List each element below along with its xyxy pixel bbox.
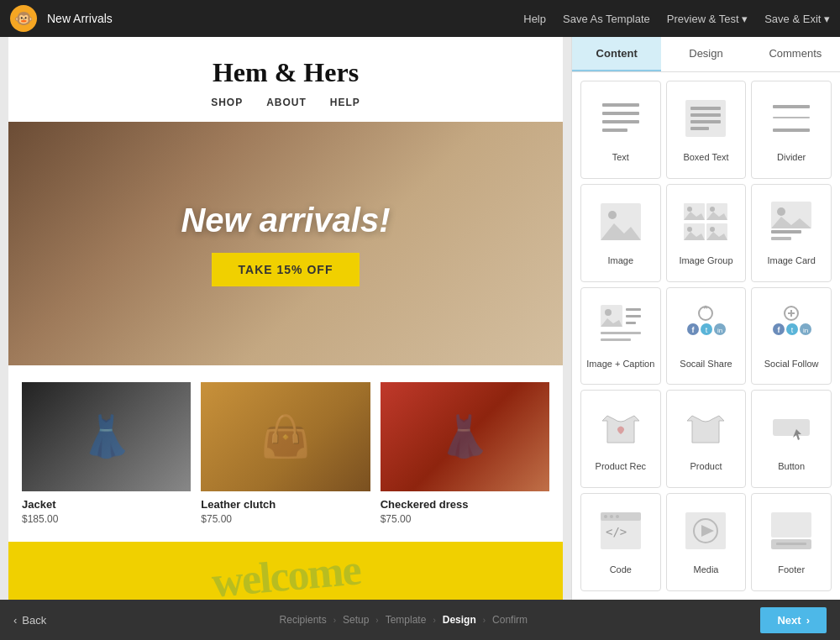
back-arrow-icon: ‹ <box>13 614 17 627</box>
block-media[interactable]: Media <box>666 493 747 591</box>
svg-rect-3 <box>602 129 627 132</box>
hero-cta-button[interactable]: TAKE 15% OFF <box>212 253 360 286</box>
footer-block-label: Footer <box>778 564 805 574</box>
svg-rect-5 <box>690 107 721 110</box>
step-template: Template <box>386 614 427 626</box>
svg-rect-7 <box>690 120 721 123</box>
nav-help[interactable]: HELP <box>330 97 360 108</box>
top-navigation: 🐵 New Arrivals Help Save As Template Pre… <box>0 0 840 37</box>
product-block-icon <box>677 399 734 456</box>
image-group-block-icon <box>677 193 734 250</box>
block-footer[interactable]: Footer <box>751 493 832 591</box>
block-product-rec[interactable]: Product Rec <box>580 390 661 488</box>
svg-point-62 <box>616 515 619 518</box>
product-price-1: $185.00 <box>22 513 191 525</box>
tab-content[interactable]: Content <box>572 37 661 71</box>
product-name-1: Jacket <box>22 498 191 511</box>
hero-section: New arrivals! TAKE 15% OFF <box>8 122 563 365</box>
logo-icon: 🐵 <box>14 9 33 28</box>
product-image-3 <box>381 382 549 491</box>
block-social-follow[interactable]: f t in Social Follow <box>751 287 832 386</box>
block-boxed-text[interactable]: Boxed Text <box>666 81 747 179</box>
email-preview: Hem & Hers SHOP ABOUT HELP New arrivals!… <box>8 37 563 600</box>
nav-about[interactable]: ABOUT <box>266 97 307 108</box>
social-share-block-icon: f t in <box>677 296 734 354</box>
svg-rect-6 <box>690 113 721 117</box>
svg-point-33 <box>605 309 612 316</box>
step-setup-label: Setup <box>343 614 369 626</box>
block-image-card[interactable]: Image Card <box>751 184 832 282</box>
list-item: Checkered dress $75.00 <box>381 382 549 525</box>
image-caption-block-label: Image + Caption <box>586 359 654 369</box>
svg-rect-0 <box>602 103 639 107</box>
email-brand: Hem & Hers <box>25 57 546 88</box>
main-area: Hem & Hers SHOP ABOUT HELP New arrivals!… <box>0 37 840 600</box>
step-arrow-4: › <box>483 616 486 625</box>
product-name-2: Leather clutch <box>201 498 370 511</box>
block-code[interactable]: </> Code <box>580 493 661 591</box>
image-group-block-label: Image Group <box>679 255 732 265</box>
back-button[interactable]: ‹ Back <box>13 614 46 627</box>
svg-rect-37 <box>626 322 636 324</box>
email-canvas: Hem & Hers SHOP ABOUT HELP New arrivals!… <box>0 37 571 600</box>
svg-rect-1 <box>602 112 639 115</box>
hero-headline: New arrivals! <box>181 202 390 239</box>
email-nav: SHOP ABOUT HELP <box>25 97 546 108</box>
nav-shop[interactable]: SHOP <box>211 97 243 108</box>
step-arrow-3: › <box>433 616 435 625</box>
block-image-caption[interactable]: Image + Caption <box>580 287 661 386</box>
image-card-block-icon <box>763 193 820 250</box>
svg-point-61 <box>610 515 613 518</box>
svg-point-60 <box>604 515 607 518</box>
tab-comments[interactable]: Comments <box>751 37 840 71</box>
list-item: Leather clutch $75.00 <box>201 382 370 525</box>
block-product[interactable]: Product <box>666 390 747 488</box>
boxed-text-block-label: Boxed Text <box>683 152 728 162</box>
svg-point-40 <box>699 307 712 320</box>
save-exit-button[interactable]: Save & Exit ▾ <box>764 13 830 25</box>
preview-test-button[interactable]: Preview & Test ▾ <box>667 13 748 25</box>
block-divider[interactable]: Divider <box>751 81 832 179</box>
tab-design[interactable]: Design <box>661 37 750 71</box>
button-block-label: Button <box>778 461 805 471</box>
step-recipients-label: Recipients <box>280 614 327 626</box>
svg-point-25 <box>710 227 715 232</box>
svg-rect-56 <box>773 419 810 436</box>
text-block-label: Text <box>612 152 629 162</box>
svg-point-28 <box>777 207 785 216</box>
product-image-2 <box>201 382 370 491</box>
right-panel: Content Design Comments Text <box>571 37 840 600</box>
product-price-3: $75.00 <box>381 513 549 525</box>
block-image[interactable]: Image <box>580 184 661 282</box>
image-card-block-label: Image Card <box>767 255 815 265</box>
step-setup: Setup <box>343 614 369 626</box>
boxed-text-block-icon <box>677 90 734 147</box>
block-button[interactable]: Button <box>751 390 832 488</box>
svg-rect-30 <box>771 230 801 233</box>
social-follow-block-label: Social Follow <box>764 359 819 369</box>
footer-text: welcome <box>209 544 361 600</box>
svg-rect-38 <box>601 332 641 334</box>
image-caption-block-icon <box>592 296 649 354</box>
button-block-icon <box>763 399 820 456</box>
next-button[interactable]: Next › <box>760 607 827 633</box>
back-label: Back <box>22 614 46 627</box>
step-arrow-1: › <box>333 616 336 625</box>
save-as-template-button[interactable]: Save As Template <box>563 13 650 25</box>
svg-text:</>: </> <box>606 525 627 538</box>
svg-rect-10 <box>773 117 810 118</box>
block-social-share[interactable]: f t in Socail Share <box>666 287 747 386</box>
product-rec-block-label: Product Rec <box>596 461 647 471</box>
svg-text:in: in <box>717 327 722 334</box>
step-design: Design <box>443 614 476 626</box>
block-text[interactable]: Text <box>580 81 661 179</box>
svg-rect-35 <box>626 308 641 311</box>
step-template-label: Template <box>386 614 427 626</box>
divider-block-icon <box>763 90 820 147</box>
help-link[interactable]: Help <box>523 13 546 25</box>
media-block-icon <box>677 502 734 559</box>
svg-rect-36 <box>626 315 641 317</box>
step-design-label: Design <box>443 614 476 626</box>
image-block-label: Image <box>608 255 634 265</box>
block-image-group[interactable]: Image Group <box>666 184 747 282</box>
